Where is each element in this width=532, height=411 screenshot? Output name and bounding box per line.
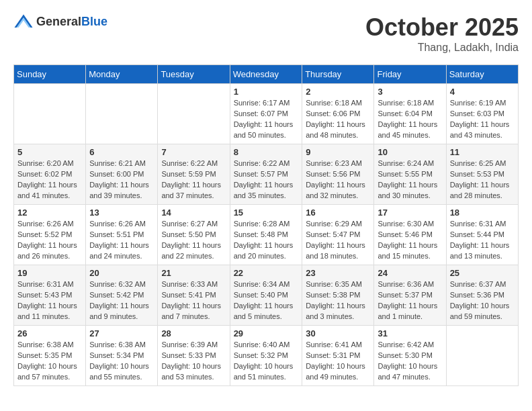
day-number: 31 bbox=[378, 328, 442, 338]
weekday-header: Monday bbox=[86, 65, 158, 84]
day-info: Sunrise: 6:31 AM Sunset: 5:43 PM Dayligh… bbox=[17, 279, 82, 322]
calendar-cell: 4Sunrise: 6:19 AM Sunset: 6:03 PM Daylig… bbox=[446, 84, 518, 144]
day-number: 14 bbox=[161, 208, 226, 218]
day-number: 21 bbox=[161, 268, 226, 278]
calendar-week-row: 5Sunrise: 6:20 AM Sunset: 6:02 PM Daylig… bbox=[14, 144, 519, 205]
day-info: Sunrise: 6:28 AM Sunset: 5:48 PM Dayligh… bbox=[234, 219, 299, 262]
day-number: 16 bbox=[306, 208, 370, 218]
day-number: 9 bbox=[306, 147, 370, 157]
day-info: Sunrise: 6:26 AM Sunset: 5:51 PM Dayligh… bbox=[89, 219, 154, 262]
day-info: Sunrise: 6:23 AM Sunset: 5:56 PM Dayligh… bbox=[306, 158, 370, 201]
calendar-cell: 25Sunrise: 6:37 AM Sunset: 5:36 PM Dayli… bbox=[446, 265, 518, 326]
calendar-cell: 6Sunrise: 6:21 AM Sunset: 6:00 PM Daylig… bbox=[86, 144, 158, 205]
day-info: Sunrise: 6:35 AM Sunset: 5:38 PM Dayligh… bbox=[306, 279, 370, 322]
day-info: Sunrise: 6:29 AM Sunset: 5:47 PM Dayligh… bbox=[306, 219, 370, 262]
calendar-cell: 10Sunrise: 6:24 AM Sunset: 5:55 PM Dayli… bbox=[374, 144, 446, 205]
calendar-cell: 5Sunrise: 6:20 AM Sunset: 6:02 PM Daylig… bbox=[14, 144, 86, 205]
calendar-cell: 11Sunrise: 6:25 AM Sunset: 5:53 PM Dayli… bbox=[446, 144, 518, 205]
logo: GeneralBlue bbox=[13, 13, 107, 30]
calendar-cell bbox=[14, 84, 86, 144]
day-number: 19 bbox=[17, 268, 82, 278]
day-info: Sunrise: 6:30 AM Sunset: 5:46 PM Dayligh… bbox=[378, 219, 442, 262]
calendar-cell: 2Sunrise: 6:18 AM Sunset: 6:06 PM Daylig… bbox=[302, 84, 374, 144]
weekday-header: Friday bbox=[374, 65, 446, 84]
day-number: 15 bbox=[234, 208, 299, 218]
day-number: 10 bbox=[378, 147, 442, 157]
day-info: Sunrise: 6:39 AM Sunset: 5:33 PM Dayligh… bbox=[161, 340, 226, 383]
calendar-cell: 20Sunrise: 6:32 AM Sunset: 5:42 PM Dayli… bbox=[86, 265, 158, 326]
day-number: 30 bbox=[306, 328, 370, 338]
weekday-header-row: SundayMondayTuesdayWednesdayThursdayFrid… bbox=[14, 65, 519, 84]
day-info: Sunrise: 6:40 AM Sunset: 5:32 PM Dayligh… bbox=[234, 340, 299, 383]
calendar-cell: 23Sunrise: 6:35 AM Sunset: 5:38 PM Dayli… bbox=[302, 265, 374, 326]
day-info: Sunrise: 6:22 AM Sunset: 5:57 PM Dayligh… bbox=[234, 158, 299, 201]
weekday-header: Saturday bbox=[446, 65, 518, 84]
day-number: 12 bbox=[17, 208, 82, 218]
day-info: Sunrise: 6:25 AM Sunset: 5:53 PM Dayligh… bbox=[450, 158, 515, 201]
month-title: October 2025 bbox=[365, 13, 519, 42]
calendar-cell: 19Sunrise: 6:31 AM Sunset: 5:43 PM Dayli… bbox=[14, 265, 86, 326]
day-number: 5 bbox=[17, 147, 82, 157]
day-info: Sunrise: 6:26 AM Sunset: 5:52 PM Dayligh… bbox=[17, 219, 82, 262]
day-number: 13 bbox=[89, 208, 154, 218]
day-info: Sunrise: 6:17 AM Sunset: 6:07 PM Dayligh… bbox=[234, 98, 299, 141]
day-info: Sunrise: 6:20 AM Sunset: 6:02 PM Dayligh… bbox=[17, 158, 82, 201]
calendar-table: SundayMondayTuesdayWednesdayThursdayFrid… bbox=[13, 64, 519, 386]
calendar-cell: 1Sunrise: 6:17 AM Sunset: 6:07 PM Daylig… bbox=[230, 84, 302, 144]
calendar-cell: 18Sunrise: 6:31 AM Sunset: 5:44 PM Dayli… bbox=[446, 205, 518, 265]
calendar-week-row: 12Sunrise: 6:26 AM Sunset: 5:52 PM Dayli… bbox=[14, 205, 519, 265]
day-number: 3 bbox=[378, 87, 442, 97]
weekday-header: Sunday bbox=[14, 65, 86, 84]
calendar-cell: 13Sunrise: 6:26 AM Sunset: 5:51 PM Dayli… bbox=[86, 205, 158, 265]
day-number: 6 bbox=[89, 147, 154, 157]
day-number: 4 bbox=[450, 87, 515, 97]
day-number: 2 bbox=[306, 87, 370, 97]
day-info: Sunrise: 6:36 AM Sunset: 5:37 PM Dayligh… bbox=[378, 279, 442, 322]
day-number: 26 bbox=[17, 328, 82, 338]
logo-general: General bbox=[36, 15, 81, 28]
calendar-cell: 30Sunrise: 6:41 AM Sunset: 5:31 PM Dayli… bbox=[302, 326, 374, 386]
day-info: Sunrise: 6:37 AM Sunset: 5:36 PM Dayligh… bbox=[450, 279, 515, 322]
day-info: Sunrise: 6:21 AM Sunset: 6:00 PM Dayligh… bbox=[89, 158, 154, 201]
page-header: GeneralBlue October 2025 Thang, Ladakh, … bbox=[13, 13, 519, 54]
day-info: Sunrise: 6:18 AM Sunset: 6:04 PM Dayligh… bbox=[378, 98, 442, 141]
day-number: 7 bbox=[161, 147, 226, 157]
calendar-cell: 22Sunrise: 6:34 AM Sunset: 5:40 PM Dayli… bbox=[230, 265, 302, 326]
calendar-cell: 29Sunrise: 6:40 AM Sunset: 5:32 PM Dayli… bbox=[230, 326, 302, 386]
day-info: Sunrise: 6:19 AM Sunset: 6:03 PM Dayligh… bbox=[450, 98, 515, 141]
day-number: 24 bbox=[378, 268, 442, 278]
day-info: Sunrise: 6:22 AM Sunset: 5:59 PM Dayligh… bbox=[161, 158, 226, 201]
calendar-cell: 17Sunrise: 6:30 AM Sunset: 5:46 PM Dayli… bbox=[374, 205, 446, 265]
day-info: Sunrise: 6:33 AM Sunset: 5:41 PM Dayligh… bbox=[161, 279, 226, 322]
calendar-week-row: 1Sunrise: 6:17 AM Sunset: 6:07 PM Daylig… bbox=[14, 84, 519, 144]
day-number: 29 bbox=[234, 328, 299, 338]
location-title: Thang, Ladakh, India bbox=[365, 42, 519, 54]
day-info: Sunrise: 6:24 AM Sunset: 5:55 PM Dayligh… bbox=[378, 158, 442, 201]
weekday-header: Thursday bbox=[302, 65, 374, 84]
day-number: 17 bbox=[378, 208, 442, 218]
day-info: Sunrise: 6:34 AM Sunset: 5:40 PM Dayligh… bbox=[234, 279, 299, 322]
calendar-cell bbox=[86, 84, 158, 144]
day-number: 22 bbox=[234, 268, 299, 278]
logo-icon bbox=[13, 13, 34, 30]
calendar-week-row: 26Sunrise: 6:38 AM Sunset: 5:35 PM Dayli… bbox=[14, 326, 519, 386]
day-number: 1 bbox=[234, 87, 299, 97]
calendar-week-row: 19Sunrise: 6:31 AM Sunset: 5:43 PM Dayli… bbox=[14, 265, 519, 326]
day-number: 27 bbox=[89, 328, 154, 338]
calendar-cell: 27Sunrise: 6:38 AM Sunset: 5:34 PM Dayli… bbox=[86, 326, 158, 386]
day-info: Sunrise: 6:42 AM Sunset: 5:30 PM Dayligh… bbox=[378, 340, 442, 383]
calendar-cell: 7Sunrise: 6:22 AM Sunset: 5:59 PM Daylig… bbox=[158, 144, 230, 205]
day-info: Sunrise: 6:31 AM Sunset: 5:44 PM Dayligh… bbox=[450, 219, 515, 262]
title-block: October 2025 Thang, Ladakh, India bbox=[365, 13, 519, 54]
weekday-header: Wednesday bbox=[230, 65, 302, 84]
calendar-cell: 21Sunrise: 6:33 AM Sunset: 5:41 PM Dayli… bbox=[158, 265, 230, 326]
day-info: Sunrise: 6:32 AM Sunset: 5:42 PM Dayligh… bbox=[89, 279, 154, 322]
day-number: 11 bbox=[450, 147, 515, 157]
day-info: Sunrise: 6:18 AM Sunset: 6:06 PM Dayligh… bbox=[306, 98, 370, 141]
day-number: 23 bbox=[306, 268, 370, 278]
calendar-cell: 14Sunrise: 6:27 AM Sunset: 5:50 PM Dayli… bbox=[158, 205, 230, 265]
calendar-cell: 3Sunrise: 6:18 AM Sunset: 6:04 PM Daylig… bbox=[374, 84, 446, 144]
day-info: Sunrise: 6:41 AM Sunset: 5:31 PM Dayligh… bbox=[306, 340, 370, 383]
calendar-cell bbox=[446, 326, 518, 386]
calendar-cell: 16Sunrise: 6:29 AM Sunset: 5:47 PM Dayli… bbox=[302, 205, 374, 265]
